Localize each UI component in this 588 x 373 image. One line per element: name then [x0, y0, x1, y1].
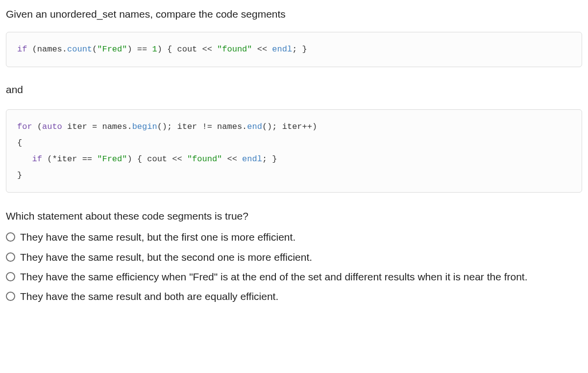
code-text	[17, 154, 32, 164]
code-text: (names.	[27, 45, 67, 54]
code-text: (*iter ==	[42, 154, 97, 164]
keyword-for: for	[17, 122, 32, 131]
radio-icon[interactable]	[6, 272, 15, 281]
builtin-endl: endl	[272, 45, 292, 54]
options-group: They have the same result, but the first…	[6, 230, 582, 304]
string-literal: "found"	[187, 154, 222, 164]
keyword-if: if	[17, 45, 27, 54]
option-label: They have the same result, but the secon…	[20, 250, 582, 265]
question-intro: Given an unordered_set names, compare th…	[6, 7, 582, 21]
radio-icon[interactable]	[6, 232, 15, 242]
string-literal: "found"	[217, 45, 252, 54]
number-literal: 1	[152, 45, 157, 54]
radio-icon[interactable]	[6, 292, 15, 301]
code-text: (); iter++)	[262, 122, 317, 131]
code-text: ; }	[262, 154, 277, 164]
option-1[interactable]: They have the same result, but the first…	[6, 230, 582, 245]
builtin-endl: endl	[242, 154, 262, 164]
option-2[interactable]: They have the same result, but the secon…	[6, 250, 582, 265]
code-text: ; }	[292, 45, 307, 54]
option-3[interactable]: They have the same efficiency when "Fred…	[6, 270, 582, 284]
code-text: <<	[252, 45, 272, 54]
option-4[interactable]: They have the same result and both are e…	[6, 289, 582, 304]
code-text: <<	[222, 154, 242, 164]
fn-begin: begin	[132, 122, 157, 131]
string-literal: "Fred"	[97, 154, 127, 164]
option-label: They have the same result, but the first…	[20, 230, 582, 245]
keyword-auto: auto	[42, 122, 62, 131]
question-prompt: Which statement about these code segment…	[6, 210, 582, 222]
code-block-1: if (names.count("Fred") == 1) { cout << …	[6, 32, 582, 67]
radio-icon[interactable]	[6, 252, 15, 262]
fn-count: count	[67, 45, 92, 54]
code-text: {	[17, 138, 22, 148]
code-text: ) ==	[127, 45, 152, 54]
code-text: }	[17, 171, 22, 180]
code-text: (); iter != names.	[157, 122, 247, 131]
option-label: They have the same result and both are e…	[20, 289, 582, 304]
fn-end: end	[247, 122, 262, 131]
string-literal: "Fred"	[97, 45, 127, 54]
code-text: (	[92, 45, 97, 54]
code-text: (	[32, 122, 42, 131]
code-text: iter = names.	[62, 122, 132, 131]
option-label: They have the same efficiency when "Fred…	[20, 270, 582, 284]
code-text: ) { cout <<	[127, 154, 187, 164]
separator-and: and	[6, 84, 582, 96]
code-block-2: for (auto iter = names.begin(); iter != …	[6, 109, 582, 193]
code-text: ) { cout <<	[157, 45, 217, 54]
keyword-if: if	[32, 154, 42, 164]
